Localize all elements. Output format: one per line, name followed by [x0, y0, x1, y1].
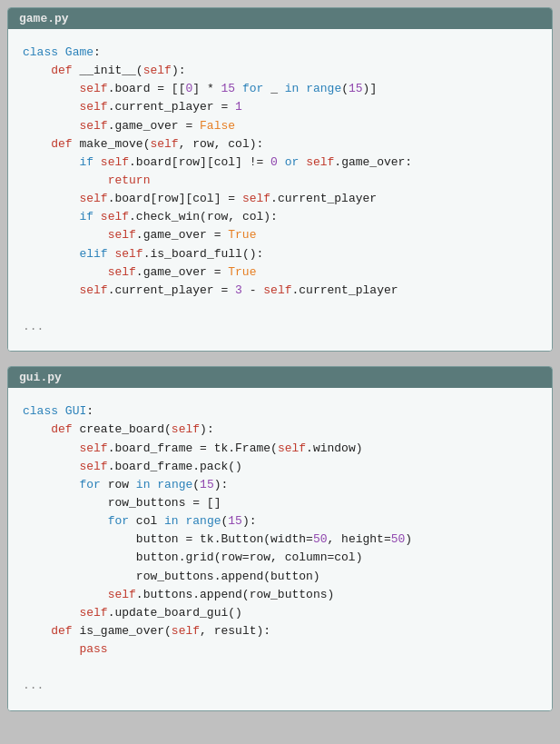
game-py-header: game.py: [8, 8, 552, 29]
game-py-block: game.py class Game: def __init__(self): …: [7, 7, 553, 352]
game-py-body: class Game: def __init__(self): self.boa…: [8, 29, 552, 351]
gui-py-block: gui.py class GUI: def create_board(self)…: [7, 366, 553, 710]
gui-py-header: gui.py: [8, 367, 552, 388]
gui-py-body: class GUI: def create_board(self): self.…: [8, 388, 552, 709]
